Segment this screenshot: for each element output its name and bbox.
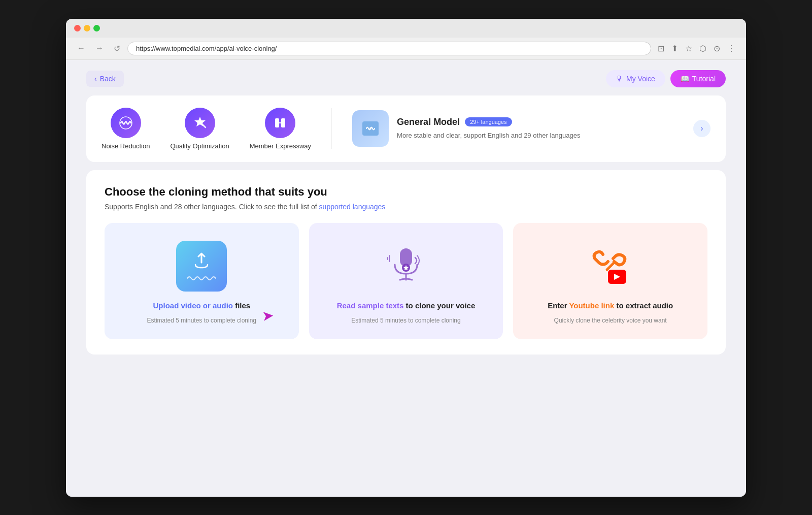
minimize-button[interactable] xyxy=(84,25,90,31)
upload-icon xyxy=(176,241,227,292)
quality-optimization-label: Quality Optimization xyxy=(170,142,229,150)
youtube-orange-text: Youtube link xyxy=(569,301,614,310)
my-voice-label: My Voice xyxy=(626,75,655,83)
top-right-buttons: 🎙 My Voice 📖 Tutorial xyxy=(606,70,726,87)
microphone-icon xyxy=(386,243,426,289)
read-purple-text: Read sample texts xyxy=(337,301,404,310)
language-badge: 29+ languages xyxy=(465,117,512,126)
svg-point-4 xyxy=(369,127,371,130)
read-method-title: Read sample texts to clone your voice xyxy=(337,301,476,310)
my-voice-button[interactable]: 🎙 My Voice xyxy=(606,70,665,87)
profile-icon[interactable]: ⊙ xyxy=(711,42,723,55)
address-bar[interactable] xyxy=(127,42,651,55)
features-list: Noise Reduction Quality Optimization xyxy=(101,108,311,150)
bookmark-icon[interactable]: ⊡ xyxy=(655,42,667,55)
model-info: General Model 29+ languages More stable … xyxy=(397,117,685,141)
member-expressway-label: Member Expressway xyxy=(250,142,311,150)
my-voice-icon: 🎙 xyxy=(616,75,623,83)
supported-languages-link[interactable]: supported languages xyxy=(319,203,386,211)
nav-bar: ← → ↺ ⊡ ⬆ ☆ ⬡ ⊙ ⋮ xyxy=(66,38,746,60)
extensions-icon[interactable]: ⬡ xyxy=(697,42,709,55)
nav-icons: ⊡ ⬆ ☆ ⬡ ⊙ ⋮ xyxy=(655,42,738,55)
model-title: General Model 29+ languages xyxy=(397,117,685,127)
feature-member-expressway[interactable]: Member Expressway xyxy=(250,108,311,150)
youtube-method-subtitle: Quickly clone the celebrity voice you wa… xyxy=(554,317,667,324)
feature-quality-optimization[interactable]: Quality Optimization xyxy=(170,108,229,150)
cloning-methods: Upload video or audio files Estimated 5 … xyxy=(105,223,707,339)
svg-point-0 xyxy=(120,117,132,129)
subtitle-text: Supports English and 28 other languages.… xyxy=(105,203,319,211)
model-arrow-button[interactable]: › xyxy=(693,120,710,137)
noise-reduction-label: Noise Reduction xyxy=(101,142,150,150)
share-icon[interactable]: ⬆ xyxy=(669,42,681,55)
feature-noise-reduction[interactable]: Noise Reduction xyxy=(101,108,150,150)
member-expressway-icon xyxy=(265,108,295,138)
section-title: Choose the cloning method that suits you xyxy=(105,185,707,199)
upload-blue-text: Upload video or audio xyxy=(153,301,233,310)
upload-method-title: Upload video or audio files xyxy=(153,301,250,310)
youtube-method-title: Enter Youtube link to extract audio xyxy=(548,301,673,310)
back-chevron-icon: ‹ xyxy=(94,75,97,83)
back-label: Back xyxy=(100,75,116,83)
forward-nav-button[interactable]: → xyxy=(92,43,107,54)
upload-icon-area xyxy=(176,238,227,294)
youtube-method-card[interactable]: Enter Youtube link to extract audio Quic… xyxy=(513,223,707,339)
model-icon xyxy=(352,110,389,147)
youtube-icon-area xyxy=(588,238,633,294)
tutorial-button[interactable]: 📖 Tutorial xyxy=(670,70,726,87)
svg-rect-2 xyxy=(281,118,285,127)
general-model: General Model 29+ languages More stable … xyxy=(352,110,710,147)
browser-window: ← → ↺ ⊡ ⬆ ☆ ⬡ ⊙ ⋮ ‹ Back 🎙 My Voice xyxy=(66,19,746,497)
extract-text: to extract audio xyxy=(616,301,673,310)
cloning-section: Choose the cloning method that suits you… xyxy=(86,170,726,355)
enter-text: Enter xyxy=(548,301,569,310)
back-nav-button[interactable]: ← xyxy=(74,43,88,54)
upload-normal-text: files xyxy=(235,301,250,310)
upload-method-card[interactable]: Upload video or audio files Estimated 5 … xyxy=(105,223,299,339)
svg-rect-1 xyxy=(275,118,279,127)
top-controls: ‹ Back 🎙 My Voice 📖 Tutorial xyxy=(86,70,726,87)
quality-optimization-icon xyxy=(185,108,215,138)
tutorial-label: Tutorial xyxy=(692,75,716,83)
title-bar xyxy=(66,19,746,38)
upload-method-subtitle: Estimated 5 minutes to complete cloning xyxy=(147,317,256,324)
traffic-lights xyxy=(74,25,100,31)
maximize-button[interactable] xyxy=(93,25,100,31)
youtube-link-icon xyxy=(588,243,633,289)
read-method-card[interactable]: Read sample texts to clone your voice Es… xyxy=(309,223,503,339)
page-content: ‹ Back 🎙 My Voice 📖 Tutorial xyxy=(66,60,746,497)
close-button[interactable] xyxy=(74,25,81,31)
cursor-indicator: ➤ xyxy=(261,307,274,325)
section-subtitle: Supports English and 28 other languages.… xyxy=(105,203,707,211)
model-description: More stable and clear, support English a… xyxy=(397,131,685,141)
refresh-button[interactable]: ↺ xyxy=(111,43,123,54)
features-card: Noise Reduction Quality Optimization xyxy=(86,95,726,162)
vertical-divider xyxy=(331,108,332,149)
noise-reduction-icon xyxy=(111,108,141,138)
tutorial-icon: 📖 xyxy=(681,75,689,83)
back-page-button[interactable]: ‹ Back xyxy=(86,71,124,87)
read-method-subtitle: Estimated 5 minutes to complete cloning xyxy=(351,317,460,324)
read-icon-area xyxy=(386,238,426,294)
star-icon[interactable]: ☆ xyxy=(683,42,695,55)
menu-icon[interactable]: ⋮ xyxy=(725,42,738,55)
read-normal-text: to clone your voice xyxy=(406,301,476,310)
model-title-text: General Model xyxy=(397,117,460,127)
